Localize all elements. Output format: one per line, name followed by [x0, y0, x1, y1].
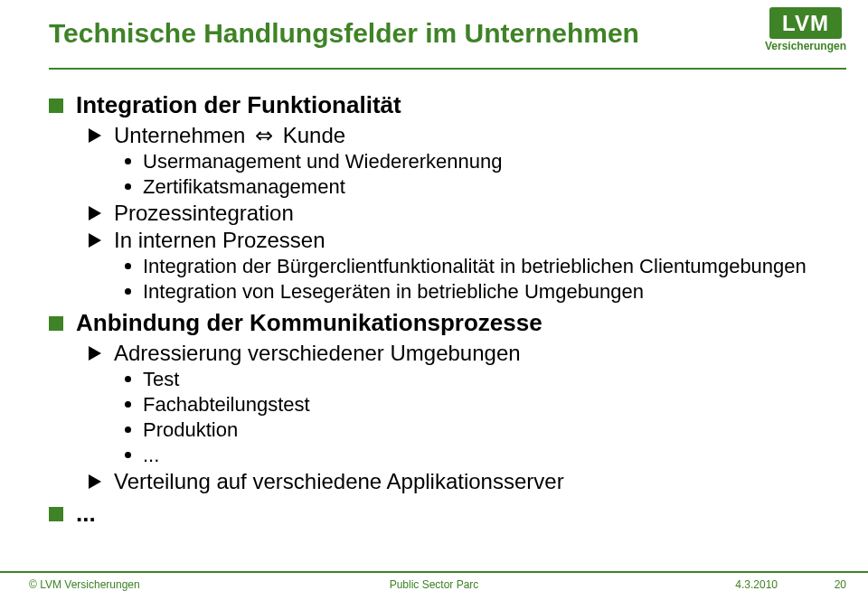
subbullet-unternehmen-kunde: Unternehmen ⇔ Kunde — [49, 123, 832, 148]
bullet-ellipsis: ... — [49, 500, 832, 528]
bullet-text: Integration der Funktionalität — [76, 91, 401, 118]
dot-bullet-icon — [125, 183, 131, 190]
dot-bullet-icon — [125, 263, 131, 269]
triangle-bullet-icon — [89, 474, 101, 489]
bullet-text: Zertifikatsmanagement — [143, 175, 345, 198]
bullet-text: Usermanagement und Wiedererkennung — [143, 150, 502, 173]
text-kunde: Kunde — [283, 123, 345, 147]
dot-bullet-icon — [125, 401, 131, 408]
dot-buergerclient: Integration der Bürgerclientfunktionalit… — [49, 255, 832, 278]
footer-page: 20 — [835, 578, 846, 591]
square-bullet-icon — [49, 316, 63, 331]
dot-test: Test — [49, 368, 832, 391]
dot-bullet-icon — [125, 158, 131, 164]
dot-zertifikatsmanagement: Zertifikatsmanagement — [49, 175, 832, 199]
footer-center: Public Sector Parc — [390, 578, 479, 591]
subbullet-verteilung: Verteilung auf verschiedene Applikations… — [49, 469, 832, 494]
slide-title: Technische Handlungsfelder im Unternehme… — [49, 18, 639, 49]
dot-produktion: Produktion — [49, 418, 832, 442]
square-bullet-icon — [49, 98, 63, 113]
bullet-text: Verteilung auf verschiedene Applikations… — [114, 469, 564, 493]
dot-bullet-icon — [125, 452, 131, 458]
logo-text: LVM — [769, 7, 842, 39]
footer-left: © LVM Versicherungen — [29, 578, 140, 591]
bullet-text: In internen Prozessen — [114, 228, 325, 252]
bullet-text: Produktion — [143, 418, 238, 441]
bullet-text: Test — [143, 368, 179, 390]
bullet-text: Anbindung der Kommunikationsprozesse — [76, 309, 542, 336]
dot-lesegeraete: Integration von Lesegeräten in betriebli… — [49, 280, 832, 304]
dot-usermanagement: Usermanagement und Wiedererkennung — [49, 150, 832, 173]
dot-bullet-icon — [125, 288, 131, 295]
content-area: Integration der Funktionalität Unternehm… — [49, 86, 832, 531]
square-bullet-icon — [49, 507, 63, 521]
text-unternehmen: Unternehmen — [114, 123, 245, 147]
bullet-text: ... — [143, 444, 159, 466]
logo: LVM Versicherungen — [765, 7, 846, 52]
subbullet-interne-prozesse: In internen Prozessen — [49, 228, 832, 253]
triangle-bullet-icon — [89, 128, 101, 143]
footer: © LVM Versicherungen Public Sector Parc … — [0, 571, 868, 600]
bullet-anbindung: Anbindung der Kommunikationsprozesse — [49, 309, 832, 337]
dot-bullet-icon — [125, 427, 131, 433]
footer-date: 4.3.2010 — [735, 578, 778, 591]
dot-bullet-icon — [125, 376, 131, 382]
dot-fachabteilungstest: Fachabteilungstest — [49, 393, 832, 417]
triangle-bullet-icon — [89, 206, 101, 220]
bullet-text: Adressierung verschiedener Umgebungen — [114, 341, 521, 365]
subbullet-adressierung: Adressierung verschiedener Umgebungen — [49, 341, 832, 366]
bullet-text: ... — [76, 500, 96, 527]
double-arrow-icon: ⇔ — [255, 123, 273, 147]
slide: Technische Handlungsfelder im Unternehme… — [0, 0, 868, 600]
bullet-text: Integration von Lesegeräten in betriebli… — [143, 280, 644, 303]
bullet-integration-funktionalitaet: Integration der Funktionalität — [49, 91, 832, 119]
title-divider — [49, 68, 846, 70]
bullet-text: Fachabteilungstest — [143, 393, 310, 416]
logo-subtext: Versicherungen — [765, 40, 846, 52]
subbullet-prozessintegration: Prozessintegration — [49, 201, 832, 226]
triangle-bullet-icon — [89, 346, 101, 361]
bullet-text: Prozessintegration — [114, 201, 294, 225]
bullet-text: Integration der Bürgerclientfunktionalit… — [143, 255, 807, 277]
dot-ellipsis: ... — [49, 444, 832, 467]
triangle-bullet-icon — [89, 233, 101, 248]
